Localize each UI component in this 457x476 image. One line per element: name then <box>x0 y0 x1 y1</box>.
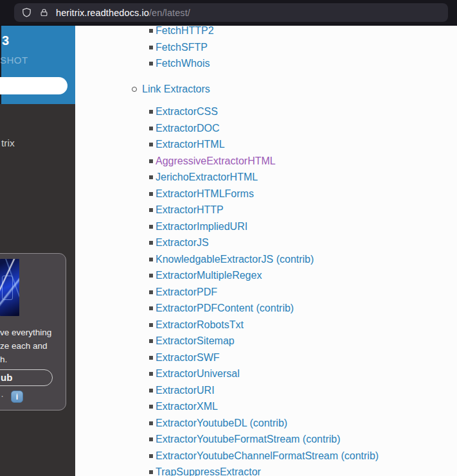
doc-link[interactable]: ExtractorYoutubeFormatStream (contrib) <box>156 434 341 445</box>
shield-icon[interactable] <box>21 7 32 18</box>
doc-content: FetchHTTP2 FetchSFTP FetchWhois Link Ext… <box>75 26 457 476</box>
doc-link[interactable]: ExtractorHTTP <box>156 204 224 215</box>
url-path: /en/latest/ <box>149 8 190 18</box>
list-item: ExtractorImpliedURI <box>156 218 457 235</box>
project-title-fragment: 3 <box>2 33 9 48</box>
doc-link[interactable]: ExtractorSWF <box>156 352 220 363</box>
link-extractors-list: ExtractorCSS ExtractorDOC ExtractorHTML … <box>75 103 457 476</box>
docs-sidebar: 3 SHOT trix ve everything ze each and h.… <box>0 26 75 476</box>
list-item: ExtractorJS <box>156 234 457 251</box>
sidebar-header: 3 SHOT <box>0 26 75 104</box>
doc-link[interactable]: AggressiveExtractorHTML <box>156 155 276 166</box>
list-item: ExtractorUniversal <box>156 366 457 382</box>
list-item: ExtractorYoutubeFormatStream (contrib) <box>156 431 457 448</box>
ad-info-icon[interactable]: i <box>11 391 23 403</box>
ad-image[interactable] <box>0 259 19 316</box>
list-item: FetchWhois <box>156 55 457 72</box>
list-item: ExtractorHTML <box>156 136 457 153</box>
list-item: ExtractorDOC <box>156 120 457 137</box>
lock-icon[interactable] <box>39 8 49 17</box>
doc-link[interactable]: ExtractorImpliedURI <box>156 221 247 232</box>
list-item: FetchSFTP <box>156 39 457 56</box>
list-item: ExtractorSitemap <box>156 333 457 349</box>
sidebar-ad-card: ve everything ze each and h. ub · i <box>0 253 66 410</box>
doc-link[interactable]: FetchSFTP <box>156 42 208 53</box>
list-item: ExtractorPDFContent (contrib) <box>156 300 457 317</box>
doc-link[interactable]: Link Extractors <box>142 84 210 94</box>
ad-cta-label: ub <box>1 372 12 383</box>
doc-link[interactable]: KnowledgableExtractorJS (contrib) <box>156 254 314 265</box>
list-item: JerichoExtractorHTML <box>156 169 457 186</box>
url-text[interactable]: heritrix.readthedocs.io/en/latest/ <box>56 8 190 18</box>
list-item: KnowledgableExtractorJS (contrib) <box>156 251 457 268</box>
doc-link[interactable]: ExtractorURI <box>156 385 215 396</box>
section-list: Link Extractors <box>75 81 457 98</box>
list-item: ExtractorSWF <box>156 349 457 366</box>
doc-link[interactable]: JerichoExtractorHTML <box>156 172 258 182</box>
list-item: Link Extractors <box>142 81 457 98</box>
doc-link[interactable]: FetchWhois <box>156 58 210 69</box>
doc-link[interactable]: ExtractorHTMLForms <box>156 188 254 199</box>
doc-link[interactable]: ExtractorYoutubeChannelFormatStream (con… <box>156 450 379 461</box>
ad-text: ve everything ze each and h. <box>0 326 51 366</box>
list-item: ExtractorHTTP <box>156 202 457 218</box>
ad-footer-separator: · <box>1 390 4 401</box>
list-item: ExtractorYoutubeChannelFormatStream (con… <box>156 448 457 464</box>
doc-link[interactable]: TrapSuppressExtractor <box>156 466 261 476</box>
doc-link[interactable]: ExtractorSitemap <box>156 335 235 346</box>
ad-cta-button[interactable]: ub <box>0 369 53 386</box>
doc-link[interactable]: ExtractorXML <box>156 401 218 412</box>
doc-link[interactable]: ExtractorPDFContent (contrib) <box>156 303 294 313</box>
list-item: ExtractorMultipleRegex <box>156 267 457 284</box>
doc-link[interactable]: ExtractorJS <box>156 237 209 248</box>
sidebar-item-heritrix[interactable]: trix <box>1 137 15 149</box>
list-item: ExtractorURI <box>156 382 457 399</box>
list-item: FetchHTTP2 <box>156 26 457 39</box>
doc-link[interactable]: ExtractorHTML <box>156 139 225 150</box>
doc-link[interactable]: ExtractorCSS <box>156 106 218 117</box>
doc-link[interactable]: ExtractorDOC <box>156 123 220 134</box>
list-item: ExtractorHTMLForms <box>156 186 457 202</box>
list-item: ExtractorCSS <box>156 103 457 120</box>
list-item: TrapSuppressExtractor <box>156 464 457 476</box>
url-host: heritrix.readthedocs.io <box>56 8 149 18</box>
fetch-modules-list: FetchHTTP2 FetchSFTP FetchWhois <box>75 26 457 72</box>
list-item: ExtractorRobotsTxt <box>156 317 457 333</box>
list-item: ExtractorYoutubeDL (contrib) <box>156 415 457 432</box>
doc-link[interactable]: ExtractorRobotsTxt <box>156 319 244 330</box>
list-item: ExtractorPDF <box>156 284 457 301</box>
page-body: 3 SHOT trix ve everything ze each and h.… <box>0 26 457 476</box>
address-bar[interactable]: heritrix.readthedocs.io/en/latest/ <box>14 3 448 22</box>
doc-link[interactable]: ExtractorMultipleRegex <box>156 270 262 281</box>
version-label-fragment: SHOT <box>0 55 28 66</box>
browser-toolbar: heritrix.readthedocs.io/en/latest/ <box>0 0 457 26</box>
list-item: ExtractorXML <box>156 398 457 415</box>
list-item: AggressiveExtractorHTML <box>156 153 457 170</box>
doc-link[interactable]: ExtractorYoutubeDL (contrib) <box>156 418 287 428</box>
search-input[interactable] <box>0 77 67 94</box>
doc-link[interactable]: FetchHTTP2 <box>156 26 214 36</box>
doc-link[interactable]: ExtractorUniversal <box>156 368 240 379</box>
doc-link[interactable]: ExtractorPDF <box>156 286 217 297</box>
